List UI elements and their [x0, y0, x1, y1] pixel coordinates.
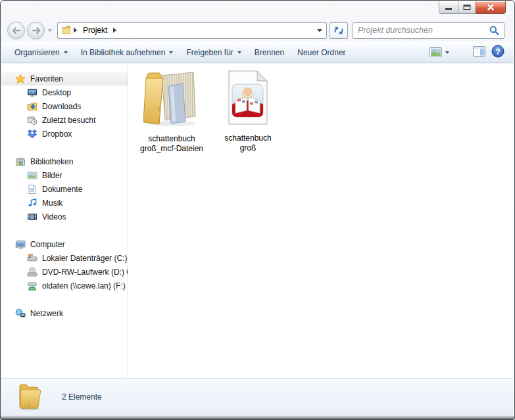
preview-pane-button[interactable] — [473, 46, 485, 58]
sidebar-item-dokumente[interactable]: Dokumente — [1, 182, 128, 196]
downloads-icon — [27, 101, 37, 112]
chevron-down-icon — [169, 51, 173, 54]
toolbar-button-label: Neuer Ordner — [297, 48, 345, 57]
documents-icon — [27, 184, 37, 195]
close-icon — [487, 3, 495, 11]
sidebar-item-label: Favoriten — [30, 74, 63, 83]
sidebar-item-dvd-rw-laufwerk-d[interactable]: DVD-RW-Laufwerk (D:) 08 — [1, 265, 128, 279]
sidebar-item-label: oldaten (\\cewe.lan) (F:) — [42, 281, 126, 291]
minimize-icon — [445, 8, 452, 10]
chevron-down-icon — [64, 51, 68, 54]
toolbar-button-in-bibliothek-aufnehmen[interactable]: In Bibliothek aufnehmen — [74, 45, 180, 60]
explorer-window: Projekt Organisieren In Bi — [0, 0, 515, 420]
recent-icon — [27, 115, 37, 126]
maximize-button[interactable] — [458, 1, 476, 14]
file-list-area[interactable]: schattenbuch groß_mcf-Dateien — [128, 64, 514, 378]
sidebar-item-zuletzt-besucht[interactable]: Zuletzt besucht — [1, 113, 128, 127]
window-frame: Projekt Organisieren In Bi — [0, 0, 515, 420]
breadcrumb-segment-projekt[interactable]: Projekt — [78, 24, 112, 37]
help-button[interactable]: ? — [491, 45, 504, 60]
sidebar-item-bibliotheken[interactable]: Bibliotheken — [1, 154, 128, 168]
sidebar-item-label: Bilder — [42, 171, 62, 180]
network-drive-icon — [27, 281, 37, 291]
desktop-icon — [27, 87, 37, 98]
maximize-icon — [464, 5, 471, 10]
dvd-icon — [27, 267, 37, 277]
sidebar-item-dropbox[interactable]: Dropbox — [1, 127, 128, 141]
sidebar-item-label: Dropbox — [42, 129, 72, 139]
sidebar-item-desktop[interactable]: Desktop — [1, 85, 128, 99]
forward-button[interactable] — [27, 22, 45, 39]
command-toolbar: Organisieren In Bibliothek aufnehmen Fre… — [1, 41, 514, 63]
recent-pages-chevron-icon[interactable] — [47, 29, 53, 32]
views-icon — [429, 47, 442, 57]
views-button[interactable] — [427, 45, 452, 59]
search-input[interactable] — [358, 26, 489, 35]
sidebar-item-bilder[interactable]: Bilder — [1, 168, 128, 182]
titlebar[interactable] — [1, 1, 514, 19]
address-bar[interactable]: Projekt — [57, 22, 327, 39]
breadcrumb-arrow-icon[interactable] — [74, 28, 77, 33]
pictures-icon — [27, 170, 37, 181]
toolbar-button-organisieren[interactable]: Organisieren — [8, 45, 74, 60]
toolbar-button-label: In Bibliothek aufnehmen — [81, 48, 166, 57]
sidebar-item-lokaler-datentraeger-c[interactable]: Lokaler Datenträger (C:) — [1, 251, 128, 265]
toolbar-button-neuer-ordner[interactable]: Neuer Ordner — [291, 45, 352, 60]
sidebar-item-label: Videos — [42, 212, 66, 222]
file-tile-folder[interactable]: schattenbuch groß_mcf-Dateien — [137, 66, 206, 154]
details-pane: 2 Elemente — [1, 378, 514, 415]
sidebar-item-label: Netzwerk — [30, 309, 63, 318]
help-icon: ? — [491, 45, 504, 58]
item-count-label: 2 Elemente — [62, 392, 102, 402]
sidebar-item-label: Downloads — [42, 102, 81, 111]
toolbar-button-label: Freigeben für — [186, 48, 233, 57]
sidebar-section-gap — [1, 292, 128, 306]
sidebar-item-musik[interactable]: Musik — [1, 196, 128, 210]
minimize-button[interactable] — [439, 1, 458, 14]
sidebar-section-gap — [1, 223, 128, 237]
sidebar-item-label: Dokumente — [42, 185, 82, 194]
sidebar-item-oldaten-f[interactable]: oldaten (\\cewe.lan) (F:) — [1, 279, 128, 292]
navigation-bar: Projekt — [1, 19, 514, 41]
sidebar-item-label: Bibliotheken — [30, 157, 73, 166]
folder-icon — [62, 25, 72, 35]
sidebar-item-videos[interactable]: Videos — [1, 210, 128, 223]
dropbox-icon — [27, 129, 37, 139]
computer-icon — [15, 239, 26, 250]
back-arrow-icon — [12, 27, 21, 34]
preview-pane-icon — [473, 46, 485, 57]
toolbar-button-brennen[interactable]: Brennen — [248, 45, 291, 60]
content-area: Favoriten Desktop Downloads Zuletzt besu… — [1, 64, 514, 378]
breadcrumb-arrow-icon[interactable] — [113, 28, 116, 33]
toolbar-button-label: Brennen — [255, 48, 284, 57]
open-folder-icon — [143, 66, 200, 130]
sidebar-item-label: DVD-RW-Laufwerk (D:) 08 — [42, 268, 128, 277]
sidebar-item-computer[interactable]: Computer — [1, 237, 128, 251]
sidebar-item-favoriten[interactable]: Favoriten — [1, 72, 128, 85]
file-name-label: schattenbuch groß — [218, 133, 278, 154]
photobook-file-icon — [226, 70, 270, 129]
toolbar-button-freigeben-fuer[interactable]: Freigeben für — [180, 45, 247, 60]
navigation-pane: Favoriten Desktop Downloads Zuletzt besu… — [1, 64, 128, 378]
sidebar-section-gap — [1, 141, 128, 154]
forward-arrow-icon — [32, 27, 41, 34]
sidebar-item-label: Desktop — [42, 88, 71, 97]
back-button[interactable] — [7, 22, 25, 39]
sidebar-item-label: Zuletzt besucht — [42, 116, 95, 125]
chevron-down-icon — [237, 51, 241, 54]
videos-icon — [27, 212, 37, 222]
address-dropdown-icon[interactable] — [317, 29, 322, 32]
refresh-button[interactable] — [330, 22, 348, 39]
folder-icon — [16, 381, 42, 413]
toolbar-button-label: Organisieren — [14, 48, 60, 57]
music-icon — [27, 198, 37, 208]
libraries-icon — [15, 156, 26, 167]
file-tile-cewe[interactable]: schattenbuch groß — [218, 66, 278, 154]
sidebar-item-netzwerk[interactable]: Netzwerk — [1, 306, 128, 320]
svg-text:?: ? — [495, 47, 500, 57]
search-icon[interactable] — [489, 26, 499, 35]
toolbar-right-icons: ? — [427, 45, 507, 60]
search-box[interactable] — [353, 22, 504, 39]
sidebar-item-downloads[interactable]: Downloads — [1, 99, 128, 113]
close-button[interactable] — [476, 1, 506, 14]
